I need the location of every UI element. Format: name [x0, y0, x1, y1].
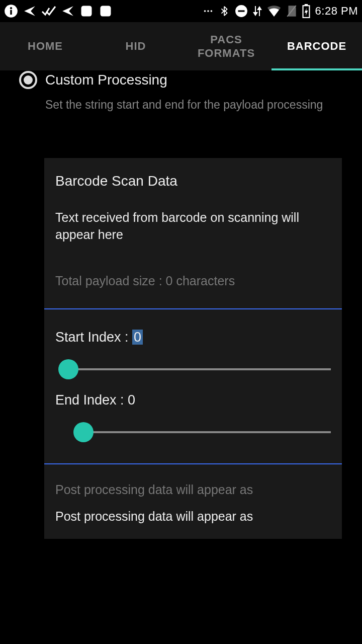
custom-processing-label: Custom Processing: [45, 72, 167, 88]
tab-hid-label: HID: [126, 39, 146, 53]
custom-processing-radio[interactable]: Custom Processing: [0, 69, 362, 91]
svg-point-6: [207, 10, 209, 12]
radio-icon: [19, 71, 37, 89]
no-sim-icon: [286, 5, 297, 18]
wifi-icon: [267, 6, 281, 17]
tab-pacs[interactable]: PACS FORMATS: [181, 22, 272, 70]
start-index-prefix: Start Index :: [55, 330, 132, 345]
battery-icon: [302, 4, 310, 18]
bluetooth-icon: [219, 5, 230, 18]
end-index-label: End Index : 0: [55, 392, 331, 408]
slider-thumb-icon[interactable]: [58, 359, 78, 379]
scan-data-section: Barcode Scan Data Text received from bar…: [44, 158, 342, 308]
scan-data-title: Barcode Scan Data: [55, 173, 331, 189]
scan-data-text: Text received from barcode on scanning w…: [55, 209, 331, 244]
start-index-slider[interactable]: [55, 358, 331, 380]
svg-rect-9: [238, 10, 244, 12]
send-icon: [23, 5, 36, 18]
index-sliders: Start Index : 0 End Index : 0: [44, 309, 342, 463]
dnd-icon: [235, 5, 248, 18]
barcode-card: Barcode Scan Data Text received from bar…: [44, 158, 342, 539]
tab-pacs-label: PACS FORMATS: [181, 33, 272, 60]
send-icon-2: [61, 5, 74, 18]
post-processing-value: Post processing data will appear as: [55, 509, 331, 524]
slider-thumb-icon[interactable]: [73, 422, 94, 442]
tab-barcode-label: BARCODE: [287, 39, 346, 53]
status-right: 6:28 PM: [203, 4, 358, 18]
svg-point-2: [10, 7, 12, 9]
svg-rect-4: [101, 6, 111, 17]
square-icon-2: [99, 4, 113, 18]
tab-home[interactable]: HOME: [0, 22, 90, 70]
tab-barcode[interactable]: BARCODE: [272, 22, 362, 70]
status-left: [4, 4, 113, 18]
post-processing-section: Post processing data will appear as Post…: [44, 464, 342, 539]
start-index-label: Start Index : 0: [55, 330, 331, 345]
svg-rect-12: [304, 4, 307, 6]
tab-bar: HOME HID PACS FORMATS BARCODE: [0, 22, 362, 70]
status-time: 6:28 PM: [315, 5, 358, 18]
content: Custom Processing Set the string start a…: [0, 69, 362, 539]
tab-home-label: HOME: [28, 39, 63, 53]
end-index-slider[interactable]: [55, 421, 331, 443]
data-icon: [253, 5, 262, 18]
more-icon: [203, 6, 214, 17]
status-bar: 6:28 PM: [0, 0, 362, 22]
payload-size: Total payload size : 0 characters: [55, 274, 331, 288]
square-icon: [79, 4, 94, 18]
info-icon: [4, 4, 18, 18]
post-processing-label: Post processing data will appear as: [55, 482, 331, 497]
svg-point-7: [210, 10, 212, 12]
svg-rect-3: [81, 6, 92, 17]
start-index-value: 0: [132, 330, 143, 345]
svg-rect-1: [10, 10, 12, 15]
tab-hid[interactable]: HID: [90, 22, 181, 70]
double-check-icon: [41, 5, 56, 18]
svg-point-5: [204, 10, 206, 12]
custom-processing-sub: Set the string start and end for the pay…: [0, 91, 362, 113]
